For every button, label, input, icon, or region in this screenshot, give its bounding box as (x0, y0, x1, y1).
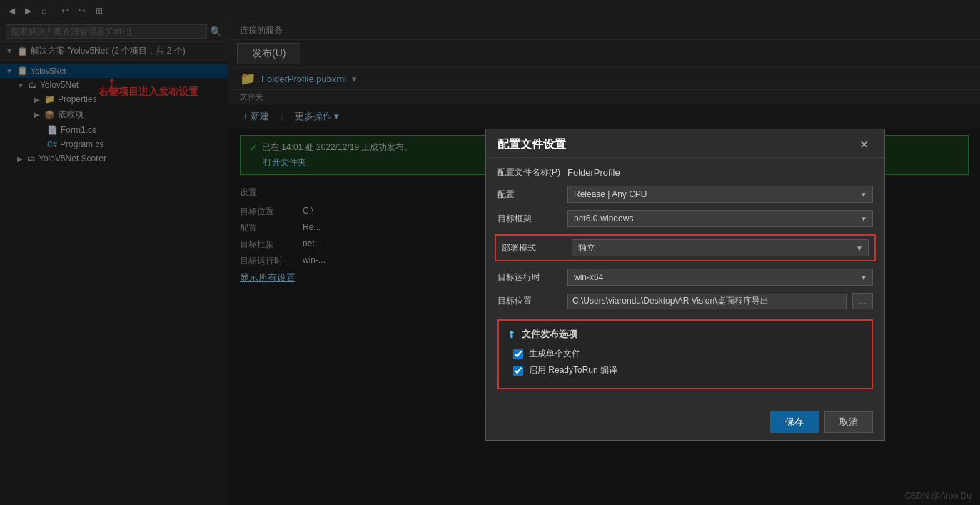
single-file-checkbox[interactable] (513, 349, 523, 359)
target-location-label: 目标位置 (497, 295, 562, 307)
file-publish-title: 文件发布选项 (522, 328, 577, 341)
config-select[interactable]: Release | Any CPU (567, 186, 873, 203)
dialog-close-button[interactable]: ✕ (855, 136, 873, 153)
target-framework-field: 目标框架 net6.0-windows (497, 210, 873, 227)
config-field: 配置 Release | Any CPU (497, 186, 873, 203)
target-runtime-field: 目标运行时 win-x64 (497, 269, 873, 286)
checkbox-single-file-row: 生成单个文件 (513, 348, 863, 360)
profile-name-value: FolderProfile (567, 167, 873, 178)
config-dialog: 配置文件设置 ✕ 配置文件名称(P) FolderProfile 配置 Rele… (485, 129, 885, 441)
target-location-field: 目标位置 ... (497, 293, 873, 309)
save-button[interactable]: 保存 (770, 411, 819, 433)
dialog-titlebar: 配置文件设置 ✕ (486, 129, 884, 158)
deploy-mode-field-highlighted: 部署模式 独立 (495, 234, 876, 261)
dialog-body: 配置文件名称(P) FolderProfile 配置 Release | Any… (486, 158, 884, 401)
readytorun-label: 启用 ReadyToRun 编译 (529, 364, 617, 376)
target-framework-label: 目标框架 (497, 213, 562, 225)
readytorun-checkbox[interactable] (513, 366, 523, 376)
deploy-mode-field: 部署模式 独立 (502, 239, 869, 256)
deploy-mode-select-wrapper[interactable]: 独立 (572, 239, 869, 256)
single-file-label: 生成单个文件 (529, 348, 580, 360)
target-runtime-label: 目标运行时 (497, 271, 562, 284)
deploy-mode-select[interactable]: 独立 (572, 239, 869, 256)
framework-select-wrapper[interactable]: net6.0-windows (567, 210, 873, 227)
dialog-title: 配置文件设置 (497, 137, 566, 152)
file-publish-expand-icon: ⬆ (507, 329, 516, 340)
profile-name-label: 配置文件名称(P) (497, 166, 562, 179)
checkbox-readytorun-row: 启用 ReadyToRun 编译 (513, 364, 863, 376)
runtime-select-wrapper[interactable]: win-x64 (567, 269, 873, 286)
config-select-wrapper[interactable]: Release | Any CPU (567, 186, 873, 203)
runtime-select[interactable]: win-x64 (567, 269, 873, 286)
file-publish-section: ⬆ 文件发布选项 生成单个文件 启用 ReadyToRun 编译 (497, 319, 873, 389)
target-location-input[interactable] (567, 294, 847, 309)
config-label: 配置 (497, 189, 562, 201)
target-location-browse-btn[interactable]: ... (852, 293, 873, 309)
framework-select[interactable]: net6.0-windows (567, 210, 873, 227)
profile-name-field: 配置文件名称(P) FolderProfile (497, 166, 873, 179)
file-publish-header[interactable]: ⬆ 文件发布选项 (507, 328, 863, 341)
cancel-button[interactable]: 取消 (824, 411, 873, 433)
dialog-footer: 保存 取消 (486, 404, 884, 440)
deploy-mode-label: 部署模式 (502, 242, 566, 254)
